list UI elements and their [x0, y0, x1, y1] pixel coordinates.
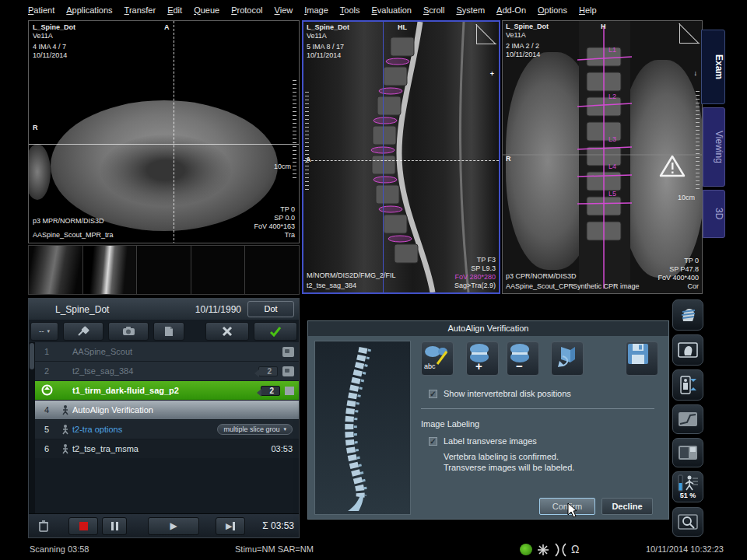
menu-image[interactable]: Image: [304, 5, 328, 15]
menu-view[interactable]: View: [275, 5, 293, 15]
inline-display-combo[interactable]: --▾: [30, 322, 58, 341]
orientation-hl-label: HL: [398, 23, 407, 31]
crosshair-vertical[interactable]: [174, 21, 174, 243]
image-search-button[interactable]: [672, 507, 703, 537]
menu-system[interactable]: System: [456, 5, 485, 15]
show-disks-row: ✓ Show intervertebral disk positions: [429, 389, 571, 398]
start-button[interactable]: ▶: [148, 517, 199, 535]
menu-evaluation[interactable]: Evaluation: [371, 5, 411, 15]
thumbnail-4[interactable]: [191, 246, 246, 294]
menu-applications[interactable]: Applications: [66, 5, 112, 15]
show-disks-checkbox[interactable]: ✓: [429, 390, 437, 398]
thumbnail-strip: [28, 245, 300, 295]
viewport-coronal[interactable]: L1 L2 L3 L4 L5 L_Spine_Dot Ve11A 2 IMA 2…: [502, 20, 703, 294]
menu-scroll[interactable]: Scroll: [423, 5, 445, 15]
spine-model-panel[interactable]: [314, 341, 411, 515]
save-button[interactable]: [626, 341, 658, 376]
copy-reference-button[interactable]: [108, 322, 149, 341]
viewport-axial[interactable]: L_Spine_Dot Ve11A 4 IMA 4 / 7 10/11/2014…: [28, 20, 300, 243]
menu-transfer[interactable]: Transfer: [124, 5, 156, 15]
menu-patient[interactable]: Patient: [28, 5, 54, 15]
thumbnail-5[interactable]: [245, 246, 299, 294]
image-head-icon: [678, 341, 698, 359]
exam-task-panel: L_Spine_Dot 10/11/1990 Dot --▾: [28, 298, 300, 538]
cor-sp-label: SP P47.8: [658, 265, 699, 274]
protocol-row-4-selected[interactable]: 4 AutoAlign Verification: [35, 401, 299, 419]
cor-ima-label: 2 IMA 2 / 2: [506, 42, 549, 51]
patient-registration-button[interactable]: [672, 299, 703, 331]
scroll-down-icon-cor[interactable]: ↓: [694, 69, 698, 77]
delete-queue-button[interactable]: [33, 520, 54, 532]
step-name: t2-tra options: [72, 425, 217, 434]
stop-button[interactable]: [68, 517, 98, 535]
progress-person-icon: [677, 474, 699, 492]
step-name: t2_tse_sag_384: [72, 366, 258, 376]
step-number: 4: [35, 405, 58, 415]
protocol-row-1[interactable]: 1 AASpine_Scout: [35, 342, 299, 361]
menu-protocol[interactable]: Protocol: [231, 5, 262, 15]
cor-tp-label: TP 0: [658, 257, 699, 265]
windowing-button[interactable]: [672, 404, 703, 434]
status-bar: Scanning 03:58 Stimu=NM SAR=NM Ω 10/11/2…: [23, 542, 728, 558]
scroll-down-icon[interactable]: +: [490, 70, 494, 78]
thumbnail-1[interactable]: [29, 246, 83, 294]
image-stack-icon: [282, 366, 294, 376]
crosshair-horizontal[interactable]: [29, 144, 300, 145]
confirm-step-button[interactable]: [254, 322, 297, 341]
menu-tools[interactable]: Tools: [340, 5, 360, 15]
menu-options[interactable]: Options: [538, 5, 567, 15]
contrast-injection-button[interactable]: [63, 322, 103, 341]
decline-button[interactable]: Decline: [601, 498, 653, 515]
thumbnail-3[interactable]: [137, 246, 191, 294]
table-position-button[interactable]: [672, 369, 703, 401]
dropdown-value: multiple slice grou: [223, 425, 279, 433]
protocol-row-5[interactable]: 5 t2-tra options multiple slice grou▾: [35, 420, 299, 439]
thumbnail-2[interactable]: [83, 246, 138, 294]
sag-plane-label: Sag>Tra(2.9): [454, 282, 496, 290]
program-card-button[interactable]: [153, 322, 184, 341]
image-review-button[interactable]: [672, 334, 703, 366]
pause-button[interactable]: [102, 517, 127, 535]
list-scrollbar[interactable]: [29, 342, 35, 513]
menu-edit[interactable]: Edit: [167, 5, 182, 15]
axial-series-desc: AASpine_Scout_MPR_tra: [33, 231, 114, 240]
exam-progress-button[interactable]: 51 %: [672, 471, 703, 502]
tab-3d[interactable]: 3D: [703, 190, 725, 238]
spine-illustration: [315, 341, 410, 514]
walking-person-icon: [61, 405, 69, 415]
protocol-row-3-scanning[interactable]: t1_tirm_dark-fluid_sag_p2 2: [35, 381, 299, 400]
scan-transport-bar: ▶ ▶ Σ 03:53: [29, 513, 299, 537]
sag-tp-label: TP F3: [454, 256, 496, 264]
remove-vertebra-button[interactable]: −: [507, 341, 539, 376]
sag-series-label: L_Spine_Dot: [307, 23, 349, 31]
cancel-step-button[interactable]: [205, 322, 249, 341]
image-clip-icon-cor[interactable]: [679, 23, 700, 44]
scale-ruler: [293, 80, 296, 181]
synthetic-cpr-note: Synthetic CPR image: [573, 282, 640, 291]
menu-queue[interactable]: Queue: [194, 5, 219, 15]
cor-series-label: L_Spine_Dot: [506, 23, 549, 30]
axial-plane-label: Tra: [254, 231, 295, 240]
menu-addon[interactable]: Add-On: [496, 5, 526, 15]
step-name: AutoAlign Verification: [72, 405, 299, 415]
pause-flag-icon[interactable]: [285, 387, 294, 395]
layout-panel-button[interactable]: [672, 438, 703, 467]
protocol-row-6[interactable]: 6 t2_tse_tra_msma 03:53: [35, 439, 299, 458]
edit-labels-button[interactable]: abc: [421, 341, 454, 376]
protocol-toolbar: --▾: [29, 320, 299, 342]
cor-date-label: 10/11/2014: [506, 51, 549, 59]
add-vertebra-button[interactable]: +: [466, 341, 499, 376]
tab-viewing[interactable]: Viewing: [703, 107, 725, 187]
dot-engine-button[interactable]: Dot: [247, 301, 294, 317]
label-transverse-checkbox[interactable]: ✓: [429, 437, 437, 446]
axial-software-label: Ve11A: [33, 32, 75, 40]
reset-orientation-button[interactable]: [551, 341, 584, 376]
axial-fov-label: FoV 400*163: [254, 222, 295, 231]
viewport-sagittal-selected[interactable]: L_Spine_Dot Ve11A 5 IMA 8 / 17 10/11/201…: [302, 20, 500, 294]
skip-button[interactable]: ▶: [216, 517, 245, 535]
tab-exam[interactable]: Exam: [701, 30, 725, 104]
slice-group-dropdown[interactable]: multiple slice grou▾: [217, 424, 293, 435]
menu-help[interactable]: Help: [579, 5, 597, 15]
image-clip-icon[interactable]: [476, 24, 496, 44]
protocol-row-2[interactable]: 2 t2_tse_sag_384 2: [35, 362, 299, 380]
